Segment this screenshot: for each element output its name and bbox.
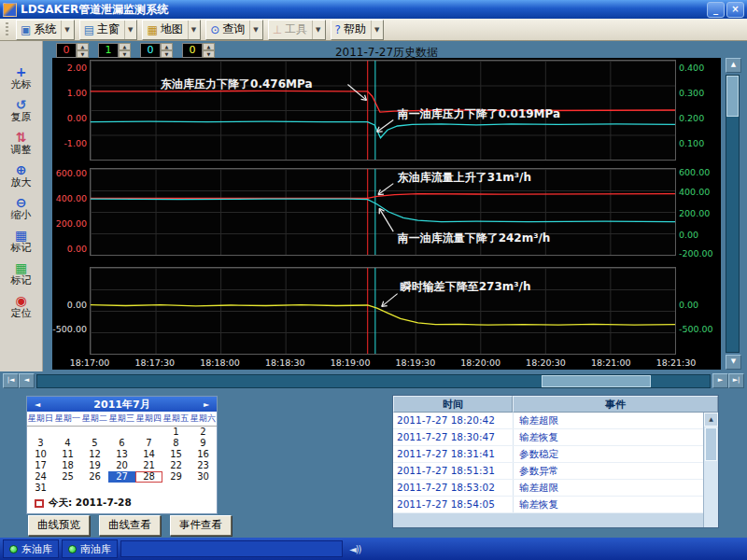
spinner-up-icon[interactable]: ▲ (161, 43, 173, 50)
chart-vertical-scrollbar: ▲ ▼ (726, 58, 740, 370)
table-scroll-thumb[interactable] (705, 427, 717, 461)
calendar-day[interactable]: 24 (27, 471, 54, 483)
series-spinner-value[interactable]: 1 (98, 43, 119, 58)
dropdown-arrow-icon: ▼ (61, 21, 72, 39)
calendar-day[interactable]: 10 (27, 449, 54, 460)
column-header-time: 时间 (393, 396, 513, 413)
calendar-day[interactable]: 16 (190, 449, 217, 460)
flow-plot[interactable]: 东油库流量上升了31m³/h南一油库流量下降了242m³/h (90, 168, 676, 256)
calendar-prev-icon[interactable]: ◄ (31, 400, 44, 409)
calendar-day[interactable]: 18 (54, 460, 81, 471)
spinner-down-icon[interactable]: ▼ (161, 50, 173, 58)
statusbar-station-south-depot[interactable]: 南油库 (62, 539, 118, 558)
scroll-down-icon[interactable]: ▼ (726, 355, 741, 370)
calendar-day[interactable]: 1 (162, 427, 190, 438)
spinner-down-icon[interactable]: ▼ (203, 50, 215, 58)
event-row[interactable]: 2011-7-27 18:31:41参数稳定 (393, 446, 703, 463)
sidebar-tool-label: 标记 (11, 242, 32, 254)
toolbar-button-help[interactable]: ?帮助▼ (331, 20, 385, 40)
spinner-down-icon[interactable]: ▼ (77, 50, 89, 58)
series-spinner-value[interactable]: 0 (140, 43, 161, 58)
spinner-up-icon[interactable]: ▲ (203, 43, 215, 50)
calendar-day[interactable]: 4 (54, 438, 81, 449)
calendar-day[interactable]: 17 (27, 460, 54, 471)
event-time-cell: 2011-7-27 18:30:47 (393, 429, 514, 445)
calendar-day[interactable]: 25 (54, 471, 81, 483)
calendar-day (81, 427, 108, 438)
calendar-day[interactable]: 31 (27, 483, 54, 494)
vertical-scroll-thumb[interactable] (726, 76, 739, 117)
event-row[interactable]: 2011-7-27 18:20:42输差超限 (393, 413, 703, 429)
scroll-up-icon[interactable]: ▲ (726, 58, 741, 73)
vertical-scroll-track[interactable] (726, 75, 740, 353)
sidebar-tool-zoom-out[interactable]: ⊖缩小 (11, 196, 32, 221)
sidebar-tool-zoom-in[interactable]: ⊕放大 (11, 163, 32, 189)
series-spinner-value[interactable]: 0 (182, 43, 203, 58)
calendar-day[interactable]: 2 (190, 427, 217, 438)
calendar-day[interactable]: 20 (108, 460, 135, 471)
calendar-day[interactable]: 7 (135, 438, 162, 449)
scroll-prev-button[interactable]: ◄ (19, 373, 35, 388)
sidebar-tool-cursor[interactable]: +光标 (11, 65, 32, 91)
event-time-cell: 2011-7-27 18:51:31 (393, 463, 514, 479)
calendar-day[interactable]: 6 (108, 438, 135, 449)
calendar-day[interactable]: 26 (81, 471, 108, 483)
minimize-button[interactable]: _ (707, 2, 725, 18)
calendar-day[interactable]: 30 (190, 471, 217, 483)
event-view-button[interactable]: 事件查看 (170, 515, 232, 536)
horizontal-scroll-track[interactable] (36, 374, 711, 388)
spinner-down-icon[interactable]: ▼ (119, 50, 131, 58)
calendar-day (27, 427, 54, 438)
calendar-day[interactable]: 8 (162, 438, 190, 449)
toolbar-button-system[interactable]: ▣系统▼ (16, 20, 75, 40)
event-row[interactable]: 2011-7-27 18:30:47输差恢复 (393, 429, 703, 446)
toolbar-button-main-window[interactable]: ▤主窗▼ (79, 20, 138, 40)
calendar-day[interactable]: 14 (135, 449, 162, 460)
scroll-last-button[interactable]: ►| (728, 373, 744, 388)
today-marker-icon (35, 499, 44, 508)
sidebar-tool-mark-green[interactable]: ▦标记 (11, 261, 32, 287)
pressure-plot[interactable]: 东油库压力下降了0.476MPa南一油库压力下降了0.019MPa (90, 60, 676, 161)
close-button[interactable]: × (726, 2, 744, 18)
sidebar-tool-label: 复原 (11, 111, 32, 123)
event-row[interactable]: 2011-7-27 18:53:02输差超限 (393, 480, 703, 497)
annotation-arrow (379, 208, 393, 231)
sidebar-tool-locate[interactable]: ◉定位 (11, 294, 32, 319)
calendar-day[interactable]: 5 (81, 438, 108, 449)
toolbar-button-query[interactable]: ⊙查询▼ (205, 20, 262, 40)
calendar-day[interactable]: 15 (162, 449, 190, 460)
series-spinner-value[interactable]: 0 (56, 43, 77, 58)
calendar-day[interactable]: 12 (81, 449, 108, 460)
sidebar-tool-restore[interactable]: ↺复原 (11, 98, 32, 123)
calendar-weekday-label: 星期日 (27, 412, 54, 426)
scroll-first-button[interactable]: |◄ (3, 373, 19, 388)
calendar-day[interactable]: 19 (81, 460, 108, 471)
event-row[interactable]: 2011-7-27 18:51:31参数异常 (393, 463, 703, 480)
horizontal-scroll-thumb[interactable] (542, 375, 651, 387)
toolbar-button-map[interactable]: ▦地图▼ (142, 20, 201, 40)
scroll-next-button[interactable]: ► (712, 373, 728, 388)
calendar-footer[interactable]: 今天: 2011-7-28 (27, 494, 217, 513)
curve-view-button[interactable]: 曲线查看 (99, 515, 161, 536)
event-row[interactable]: 2011-7-27 18:54:05输差恢复 (393, 497, 703, 513)
calendar-day[interactable]: 13 (108, 449, 135, 460)
toolbar: ▣系统▼▤主窗▼▦地图▼⊙查询▼⊥工具▼?帮助▼ (0, 19, 747, 41)
sidebar-tool-mark-blue[interactable]: ▦标记 (11, 229, 32, 254)
calendar-day[interactable]: 23 (190, 460, 217, 471)
calendar-next-icon[interactable]: ► (200, 400, 213, 409)
calendar-day[interactable]: 21 (135, 460, 162, 471)
curve-preview-button[interactable]: 曲线预览 (28, 515, 90, 536)
sidebar-tool-adjust[interactable]: ⇅调整 (11, 131, 32, 156)
table-scroll-up-icon[interactable]: ▲ (704, 413, 718, 427)
spinner-up-icon[interactable]: ▲ (119, 43, 131, 50)
calendar-day[interactable]: 27 (108, 471, 135, 483)
spinner-up-icon[interactable]: ▲ (77, 43, 89, 50)
difference-plot[interactable]: 瞬时输差下降至273m³/h (90, 267, 676, 355)
calendar-day[interactable]: 11 (54, 449, 81, 460)
calendar-day[interactable]: 29 (162, 471, 190, 483)
calendar-day[interactable]: 9 (190, 438, 217, 449)
statusbar-station-east-depot[interactable]: 东油库 (3, 539, 59, 558)
calendar-day[interactable]: 22 (162, 460, 190, 471)
calendar-day[interactable]: 3 (27, 438, 54, 449)
calendar-day[interactable]: 28 (135, 471, 162, 483)
